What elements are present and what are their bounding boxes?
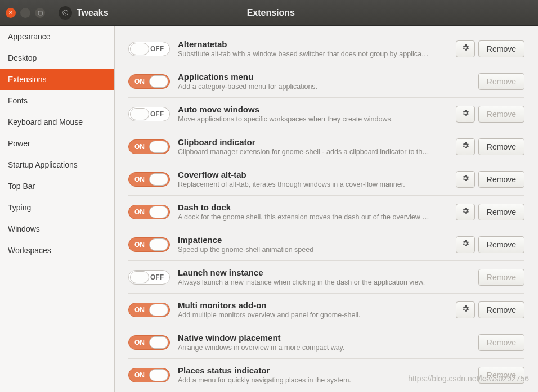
extension-toggle[interactable]: ON [128,303,170,317]
extension-description: Add a menu for quickly navigating places… [178,376,470,384]
extension-remove-button[interactable]: Remove [478,138,524,155]
extension-actions: Remove [478,334,524,351]
extension-description: Clipboard manager extension for gnome-sh… [178,148,448,156]
extension-toggle[interactable]: ON [128,172,170,187]
sidebar-item-extensions[interactable]: Extensions [0,69,114,90]
extension-remove-button: Remove [478,106,524,123]
extension-description: Move applications to specific workspaces… [178,115,448,123]
extension-description: Speed up the gnome-shell animation speed [178,246,448,254]
extension-actions: Remove [456,301,524,318]
extension-info: Clipboard indicatorClipboard manager ext… [178,137,448,156]
window-minimize-button[interactable]: – [20,8,30,18]
gear-icon [461,304,470,315]
extension-settings-button[interactable] [456,40,475,57]
extension-description: Arrange windows in overview in a more co… [178,344,470,352]
extension-toggle[interactable]: ON [128,368,170,382]
extension-description: Always launch a new instance when clicki… [178,278,470,286]
gear-icon [461,206,470,217]
extension-info: ImpatienceSpeed up the gnome-shell anima… [178,235,448,254]
extension-settings-button[interactable] [456,138,475,155]
extension-row: OFFLaunch new instanceAlways launch a ne… [128,261,524,294]
gear-icon [461,239,470,250]
extension-remove-button[interactable]: Remove [478,171,524,188]
extension-remove-button: Remove [478,367,524,384]
extension-settings-button[interactable] [456,171,475,188]
sidebar-item-fonts[interactable]: Fonts [0,90,114,111]
extension-remove-button[interactable]: Remove [478,204,524,220]
extension-remove-button[interactable]: Remove [478,40,524,57]
extension-info: Places status indicatorAdd a menu for qu… [178,366,470,384]
extension-row: ONClipboard indicatorClipboard manager e… [128,130,524,163]
extension-remove-button[interactable]: Remove [478,301,524,318]
extension-name: Clipboard indicator [178,137,448,147]
extension-actions: Remove [456,106,524,123]
gear-icon [461,43,470,54]
extension-name: Places status indicator [178,366,470,375]
extension-actions: Remove [456,138,524,155]
extension-info: Dash to dockA dock for the gnome shell. … [178,202,448,221]
extension-info: Native window placementArrange windows i… [178,333,470,352]
extension-actions: Remove [478,367,524,384]
extension-toggle[interactable]: ON [128,74,170,89]
extension-description: Add a category-based menu for applicatio… [178,83,470,91]
extension-actions: Remove [456,171,524,188]
extension-toggle[interactable]: ON [128,237,170,252]
extension-toggle[interactable]: ON [128,139,170,154]
extension-toggle[interactable]: OFF [128,107,170,121]
extension-info: Coverflow alt-tabReplacement of alt-tab,… [178,170,448,188]
extension-actions: Remove [478,269,524,286]
sidebar-item-windows[interactable]: Windows [0,218,114,240]
extension-toggle[interactable]: ON [128,205,170,219]
extension-info: AlternatetabSubstitute alt-tab with a wi… [178,39,448,58]
extension-settings-button[interactable] [456,236,475,253]
extension-row: ONMulti monitors add-onAdd multiple moni… [128,294,524,326]
extension-info: Multi monitors add-onAdd multiple monito… [178,300,448,319]
extension-name: Dash to dock [178,202,448,212]
sidebar-item-top-bar[interactable]: Top Bar [0,175,114,197]
extension-name: Multi monitors add-on [178,300,448,310]
extension-row: OFFAlternatetabSubstitute alt-tab with a… [128,35,524,65]
sidebar-item-typing[interactable]: Typing [0,197,114,218]
extension-settings-button[interactable] [456,204,475,220]
extension-settings-button[interactable] [456,106,475,123]
extension-row: ONPlaces status indicatorAdd a menu for … [128,359,524,391]
sidebar-item-appearance[interactable]: Appearance [0,26,114,47]
extension-toggle[interactable]: OFF [128,42,170,56]
extension-name: Alternatetab [178,39,448,49]
window-maximize-button[interactable]: ▢ [35,8,45,18]
sidebar-item-desktop[interactable]: Desktop [0,47,114,69]
extension-row: ONImpatienceSpeed up the gnome-shell ani… [128,228,524,261]
extension-name: Launch new instance [178,268,470,277]
extension-name: Native window placement [178,333,470,343]
gear-icon [461,174,470,184]
extension-toggle[interactable]: ON [128,335,170,350]
window-close-button[interactable]: ✕ [6,8,16,18]
extension-name: Coverflow alt-tab [178,170,448,179]
extension-row: ONDash to dockA dock for the gnome shell… [128,196,524,228]
sidebar-item-power[interactable]: Power [0,133,114,154]
extension-actions: Remove [456,204,524,220]
extension-info: Launch new instanceAlways launch a new i… [178,268,470,286]
sidebar-item-workspaces[interactable]: Workspaces [0,240,114,261]
extension-row: OFFAuto move windowsMove applications to… [128,98,524,130]
extension-remove-button[interactable]: Remove [478,236,524,253]
extension-settings-button[interactable] [456,301,475,318]
extension-remove-button: Remove [478,73,524,90]
extension-row: ONApplications menuAdd a category-based … [128,65,524,98]
extension-remove-button: Remove [478,334,524,351]
extension-row: ONNative window placementArrange windows… [128,326,524,359]
extension-row: ONCoverflow alt-tabReplacement of alt-ta… [128,163,524,196]
extension-actions: Remove [456,40,524,57]
gear-icon [461,141,470,152]
extension-toggle[interactable]: OFF [128,270,170,285]
extension-actions: Remove [456,236,524,253]
extensions-list: OFFAlternatetabSubstitute alt-tab with a… [115,26,538,392]
extension-description: Add multiple monitors overview and panel… [178,311,448,319]
sidebar-item-keyboard-and-mouse[interactable]: Keyboard and Mouse [0,111,114,133]
sidebar-item-startup-applications[interactable]: Startup Applications [0,154,114,175]
sidebar: AppearanceDesktopExtensionsFontsKeyboard… [0,26,115,392]
extension-remove-button: Remove [478,269,524,286]
extension-description: Substitute alt-tab with a window based s… [178,50,448,58]
app-title: Tweaks [77,8,109,18]
title-bar: ✕ – ▢ ⦾ Tweaks Extensions [0,0,538,26]
